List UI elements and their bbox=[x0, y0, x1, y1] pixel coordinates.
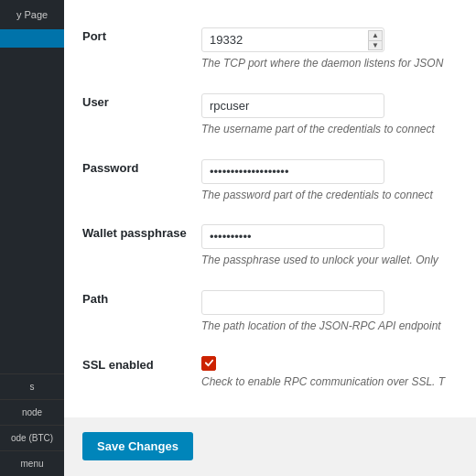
wallet-passphrase-description: The passphrase used to unlock your walle… bbox=[201, 253, 458, 268]
user-description: The username part of the credentials to … bbox=[201, 122, 458, 137]
path-row: Path The path location of the JSON-RPC A… bbox=[82, 279, 458, 345]
ssl-field-cell: Check to enable RPC communication over S… bbox=[201, 345, 458, 401]
port-label: Port bbox=[82, 16, 201, 82]
wallet-passphrase-input[interactable] bbox=[201, 224, 384, 249]
port-field-cell: ▲ ▼ The TCP port where the daemon listen… bbox=[201, 16, 458, 82]
submit-wrap: Save Changes bbox=[64, 417, 476, 475]
sidebar-item-s-label: s bbox=[30, 382, 35, 392]
wallet-passphrase-row: Wallet passphrase The passphrase used to… bbox=[82, 213, 458, 279]
settings-form: Port ▲ ▼ The TCP port where the daemon l… bbox=[64, 0, 476, 417]
port-input[interactable] bbox=[201, 27, 384, 52]
user-row: User The username part of the credential… bbox=[82, 82, 458, 148]
password-label: Password bbox=[82, 148, 201, 214]
port-spin-down[interactable]: ▼ bbox=[368, 40, 383, 50]
user-field-cell: The username part of the credentials to … bbox=[201, 82, 458, 148]
wallet-passphrase-label: Wallet passphrase bbox=[82, 213, 201, 279]
password-description: The password part of the credentials to … bbox=[201, 188, 458, 203]
port-spinner: ▲ ▼ bbox=[368, 30, 383, 50]
path-field-cell: The path location of the JSON-RPC API en… bbox=[201, 279, 458, 345]
ssl-row: SSL enabled Check to enable RPC communic… bbox=[82, 345, 458, 401]
save-button[interactable]: Save Changes bbox=[82, 432, 193, 460]
sidebar-item-menu-label: menu bbox=[20, 459, 43, 469]
sidebar-item-s[interactable]: s bbox=[0, 373, 64, 399]
sidebar-item-btc-label: ode (BTC) bbox=[11, 433, 53, 443]
form-table: Port ▲ ▼ The TCP port where the daemon l… bbox=[82, 16, 458, 401]
sidebar: y Page s node ode (BTC) menu bbox=[0, 0, 64, 476]
password-row: Password The password part of the creden… bbox=[82, 148, 458, 214]
sidebar-item-node[interactable]: node bbox=[0, 399, 64, 425]
password-input[interactable] bbox=[201, 159, 384, 184]
user-label: User bbox=[82, 82, 201, 148]
sidebar-bottom: s node ode (BTC) menu bbox=[0, 373, 64, 476]
ssl-description: Check to enable RPC communication over S… bbox=[201, 374, 458, 390]
sidebar-item-page-label: y Page bbox=[5, 9, 59, 20]
main-content: Port ▲ ▼ The TCP port where the daemon l… bbox=[64, 0, 476, 476]
path-label: Path bbox=[82, 279, 201, 345]
password-field-cell: The password part of the credentials to … bbox=[201, 148, 458, 214]
port-spin-up[interactable]: ▲ bbox=[368, 30, 383, 40]
path-description: The path location of the JSON-RPC API en… bbox=[201, 319, 458, 334]
port-description: The TCP port where the daemon listens fo… bbox=[201, 56, 458, 71]
ssl-label: SSL enabled bbox=[82, 345, 201, 401]
ssl-checkbox-wrap bbox=[201, 356, 458, 371]
sidebar-item-menu[interactable]: menu bbox=[0, 450, 64, 476]
sidebar-item-node-label: node bbox=[22, 407, 42, 417]
sidebar-item-page[interactable]: y Page bbox=[0, 0, 64, 29]
path-input[interactable] bbox=[201, 290, 384, 315]
ssl-checkbox[interactable] bbox=[201, 356, 216, 371]
port-input-wrap: ▲ ▼ bbox=[201, 27, 384, 52]
sidebar-item-btc[interactable]: ode (BTC) bbox=[0, 425, 64, 450]
user-input[interactable] bbox=[201, 93, 384, 118]
port-row: Port ▲ ▼ The TCP port where the daemon l… bbox=[82, 16, 458, 82]
wallet-passphrase-field-cell: The passphrase used to unlock your walle… bbox=[201, 213, 458, 279]
sidebar-item-active[interactable] bbox=[0, 29, 64, 48]
